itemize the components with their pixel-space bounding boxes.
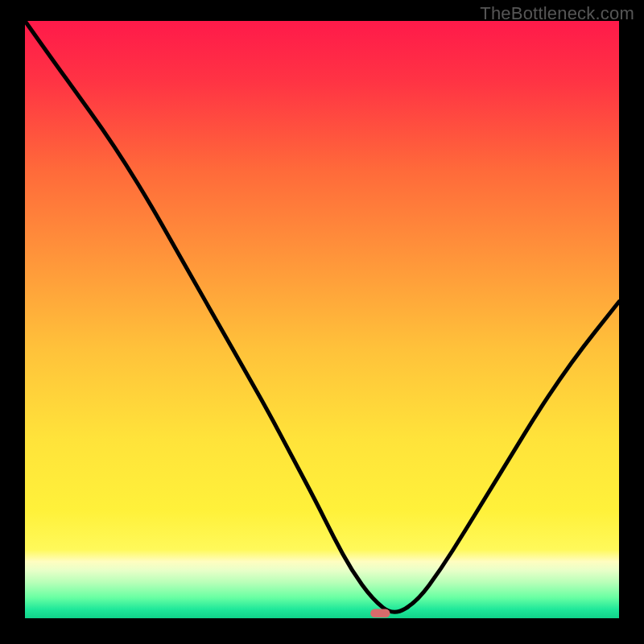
x-axis xyxy=(19,618,619,625)
optimal-marker xyxy=(370,609,390,617)
chart-frame: TheBottleneck.com xyxy=(0,0,644,644)
y-axis xyxy=(19,21,25,625)
plot-background xyxy=(25,21,619,618)
watermark: TheBottleneck.com xyxy=(480,3,634,24)
bottleneck-chart xyxy=(0,0,644,644)
